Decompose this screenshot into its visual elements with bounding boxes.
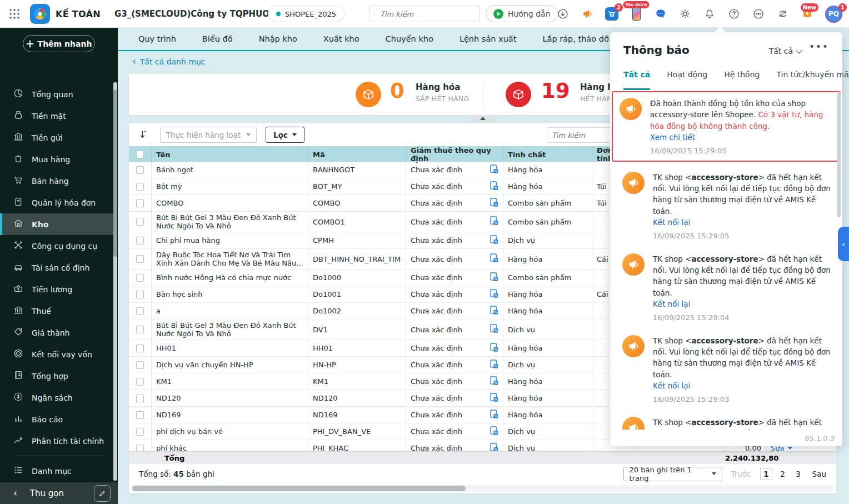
bulk-actions-button[interactable]: Thực hiện hàng loạt xyxy=(160,127,257,143)
notification-tab-0[interactable]: Tất cả xyxy=(623,70,650,90)
module-tab-5[interactable]: Lệnh sản xuất xyxy=(460,34,517,43)
page-button-1[interactable]: 1 xyxy=(760,468,772,480)
side-panel-toggle[interactable]: ‹ xyxy=(838,227,849,261)
sidebar-item-cong-cu-dung-cu[interactable]: Công cụ dụng cụ xyxy=(0,235,113,257)
notification-filter[interactable]: Tất cả xyxy=(769,47,801,56)
sidebar-item-kho[interactable]: Kho xyxy=(0,213,113,235)
sidebar-item-tong-hop[interactable]: Tổng hợp xyxy=(0,365,113,387)
workspace-tab[interactable]: SHOPEE_2025 xyxy=(268,6,344,22)
sidebar-item-phan-tich-tai-chinh[interactable]: Phân tích tài chính xyxy=(0,430,113,452)
guide-button[interactable]: Hướng dẫn xyxy=(486,5,558,22)
module-tab-6[interactable]: Lắp ráp, tháo dỡ xyxy=(542,34,608,43)
column-header-type[interactable]: Tính chất xyxy=(503,146,592,163)
download-icon[interactable] xyxy=(556,7,570,21)
sidebar-item-tai-san-co-dinh[interactable]: Tài sản cố định xyxy=(0,257,113,278)
avatar[interactable]: PQ 1 xyxy=(825,7,842,21)
module-tab-4[interactable]: Chuyển kho xyxy=(386,34,433,43)
sidebar-item-ban-hang[interactable]: Bán hàng xyxy=(0,170,113,192)
more-icon[interactable] xyxy=(752,7,765,21)
column-header-tax[interactable]: Giảm thuế theo quy định xyxy=(406,146,503,163)
quick-add-button[interactable]: Thêm nhanh xyxy=(23,35,95,52)
help-icon[interactable] xyxy=(727,7,741,21)
row-checkbox[interactable] xyxy=(136,199,144,207)
row-checkbox[interactable] xyxy=(136,255,144,263)
sidebar-item-gia-thanh[interactable]: Giá thành xyxy=(0,322,113,343)
module-tab-1[interactable]: Biểu đồ xyxy=(202,34,233,43)
phone-icon[interactable]: Yêu thích xyxy=(630,7,643,21)
notification-item[interactable]: TK shop <accessory-store> đã hết hạn kết… xyxy=(610,165,842,247)
sidebar-item-quan-ly-hoa-don[interactable]: Quản lý hóa đơn xyxy=(0,192,113,213)
notification-item[interactable]: TK shop <accessory-store> đã hết hạn kết… xyxy=(610,410,842,430)
module-tab-0[interactable]: Quy trình xyxy=(138,34,176,43)
tax-reduction-icon[interactable]: % xyxy=(490,410,498,421)
summary-collapse-tab[interactable] xyxy=(470,115,496,122)
row-checkbox[interactable] xyxy=(136,411,144,419)
company-selector[interactable]: G3_(SMECLOUD)Công ty TQPHUONG xyxy=(114,0,294,28)
row-checkbox[interactable] xyxy=(136,378,144,386)
tax-reduction-icon[interactable]: % xyxy=(490,426,498,437)
sidebar-item-ngan-sach[interactable]: Ngân sách xyxy=(0,387,113,408)
sidebar-item-danh-muc[interactable]: Danh mục xyxy=(0,460,113,482)
sidebar-scrollbar-thumb[interactable] xyxy=(113,90,117,257)
sidebar-item-bao-cao[interactable]: Báo cáo xyxy=(0,408,113,430)
module-tab-3[interactable]: Xuất kho xyxy=(323,34,359,43)
notification-link[interactable]: Xem chi tiết xyxy=(650,133,695,142)
row-checkbox[interactable] xyxy=(136,183,144,191)
sidebar-item-tong-quan[interactable]: Tổng quan xyxy=(0,83,113,105)
sidebar-collapse[interactable]: ‹ Thu gọn xyxy=(0,482,118,504)
notification-link[interactable]: Kết nối lại xyxy=(653,218,690,227)
tax-reduction-icon[interactable]: % xyxy=(490,376,498,387)
sync-icon[interactable] xyxy=(776,7,790,21)
notification-tab-1[interactable]: Hoạt động xyxy=(667,70,707,90)
row-checkbox[interactable] xyxy=(136,361,144,369)
notification-link[interactable]: Kết nối lại xyxy=(653,381,690,390)
next-page-button[interactable]: Sau xyxy=(812,470,826,478)
page-button-2[interactable]: 2 xyxy=(778,470,788,478)
module-tab-2[interactable]: Nhập kho xyxy=(259,34,297,43)
row-checkbox[interactable] xyxy=(136,218,144,226)
sidebar-item-tien-gui[interactable]: Tiền gửi xyxy=(0,127,113,148)
app-logo[interactable] xyxy=(30,4,50,24)
tax-reduction-icon[interactable]: % xyxy=(490,216,498,227)
row-checkbox[interactable] xyxy=(136,345,144,352)
sidebar-item-mua-hang[interactable]: Mua hàng xyxy=(0,148,113,170)
tax-reduction-icon[interactable]: % xyxy=(490,324,498,335)
tax-reduction-icon[interactable]: % xyxy=(490,164,498,176)
row-checkbox[interactable] xyxy=(136,166,144,174)
megaphone-icon[interactable] xyxy=(581,7,594,21)
notification-link[interactable]: Kết nối lại xyxy=(653,300,690,308)
page-size-select[interactable]: 20 bản ghi trên 1 trang xyxy=(623,467,722,481)
notification-scrollbar-thumb[interactable] xyxy=(837,92,841,217)
sidebar-item-ket-noi-vay-von[interactable]: Kết nối vay vốn xyxy=(0,343,113,365)
tax-reduction-icon[interactable]: % xyxy=(490,443,498,452)
row-checkbox[interactable] xyxy=(136,307,144,315)
apps-grid-icon[interactable] xyxy=(9,8,20,19)
horizontal-scrollbar-thumb[interactable] xyxy=(132,486,466,491)
sidebar-item-tien-luong[interactable]: Tiền lương xyxy=(0,278,113,300)
sidebar-scrollbar[interactable] xyxy=(113,82,117,481)
row-checkbox[interactable] xyxy=(136,395,144,402)
tax-reduction-icon[interactable]: % xyxy=(490,181,498,192)
tax-reduction-icon[interactable]: % xyxy=(490,360,498,371)
tax-reduction-icon[interactable]: % xyxy=(490,198,498,209)
notification-item[interactable]: Đã hoàn thành đồng bộ tồn kho của shop a… xyxy=(612,91,841,162)
handbook-icon[interactable]: New xyxy=(801,7,814,21)
cart-icon[interactable]: 2 xyxy=(605,7,618,21)
notification-more-button[interactable]: ••• xyxy=(809,41,829,52)
notification-tab-2[interactable]: Hệ thống xyxy=(724,70,760,90)
horizontal-scrollbar[interactable] xyxy=(131,485,834,492)
sidebar-item-thue[interactable]: Thuế xyxy=(0,300,113,322)
tax-reduction-icon[interactable]: % xyxy=(490,306,498,317)
column-header-name[interactable]: Tên xyxy=(151,146,308,163)
row-checkbox[interactable] xyxy=(136,445,144,452)
bell-icon[interactable] xyxy=(703,7,716,21)
page-button-3[interactable]: 3 xyxy=(793,470,803,478)
notification-item[interactable]: TK shop <accessory-store> đã hết hạn kết… xyxy=(610,328,842,410)
row-checkbox[interactable] xyxy=(136,274,144,282)
tax-reduction-icon[interactable]: % xyxy=(490,253,498,265)
row-checkbox[interactable] xyxy=(136,428,144,436)
global-search-input[interactable] xyxy=(380,10,475,18)
tax-reduction-icon[interactable]: % xyxy=(490,235,498,246)
column-header-code[interactable]: Mã xyxy=(308,146,406,163)
row-checkbox[interactable] xyxy=(136,326,144,333)
